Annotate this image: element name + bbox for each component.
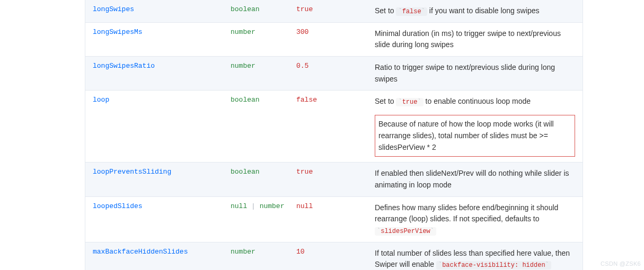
param-description-cell: Set to false if you want to disable long… — [373, 0, 583, 22]
description-paragraph: If enabled then slideNext/Prev will do n… — [375, 168, 575, 191]
api-parameters-table: longSwipesbooleantrueSet to false if you… — [85, 0, 583, 270]
param-type-cell: number — [228, 242, 294, 270]
description-paragraph: Minimal duration (in ms) to trigger swip… — [375, 28, 575, 51]
param-name-link[interactable]: loopPreventsSliding — [93, 168, 171, 176]
param-name-cell: longSwipes — [85, 0, 228, 22]
param-name-cell: longSwipesRatio — [85, 57, 228, 90]
table-row: longSwipesMsnumber300Minimal duration (i… — [85, 23, 583, 57]
param-type-cell: boolean — [228, 91, 294, 162]
description-paragraph: If total number of slides less than spec… — [375, 248, 575, 270]
table-row: maxBackfaceHiddenSlidesnumber10If total … — [85, 242, 583, 270]
description-paragraph: Set to false if you want to disable long… — [375, 5, 575, 17]
inline-code: backface-visibility: hidden — [436, 261, 551, 269]
param-name-cell: longSwipesMs — [85, 23, 228, 56]
param-type-cell: number — [228, 57, 294, 90]
param-description-cell: Ratio to trigger swipe to next/previous … — [373, 57, 583, 90]
param-type-cell: null | number — [228, 197, 294, 242]
param-type-cell: boolean — [228, 0, 294, 22]
param-default-cell: true — [294, 163, 373, 196]
param-description-cell: If total number of slides less than spec… — [373, 242, 583, 270]
param-default-cell: 10 — [294, 242, 373, 270]
description-paragraph: Ratio to trigger swipe to next/previous … — [375, 62, 575, 85]
param-name-link[interactable]: loopedSlides — [93, 202, 143, 210]
inline-code: true — [396, 98, 423, 106]
table-row: longSwipesRationumber0.5Ratio to trigger… — [85, 57, 583, 91]
highlighted-note: Because of nature of how the loop mode w… — [375, 115, 575, 157]
param-name-cell: loopedSlides — [85, 197, 228, 242]
table-row: loopbooleanfalseSet to true to enable co… — [85, 91, 583, 163]
param-name-cell: loopPreventsSliding — [85, 163, 228, 196]
param-type-cell: boolean — [228, 163, 294, 196]
param-name-link[interactable]: longSwipesRatio — [93, 62, 155, 70]
watermark: CSDN @ZSK6 — [601, 260, 641, 267]
param-name-link[interactable]: maxBackfaceHiddenSlides — [93, 248, 188, 256]
param-description-cell: Defines how many slides before end/begin… — [373, 197, 583, 242]
param-name-link[interactable]: longSwipesMs — [93, 28, 143, 36]
param-name-cell: loop — [85, 91, 228, 162]
param-name-link[interactable]: longSwipes — [93, 5, 134, 13]
param-name-link[interactable]: loop — [93, 96, 109, 104]
param-default-cell: 0.5 — [294, 57, 373, 90]
param-default-cell: 300 — [294, 23, 373, 56]
param-description-cell: If enabled then slideNext/Prev will do n… — [373, 163, 583, 196]
param-description-cell: Minimal duration (in ms) to trigger swip… — [373, 23, 583, 56]
inline-code: false — [396, 7, 427, 16]
inline-code: slidesPerView — [375, 227, 436, 236]
table-row: loopedSlidesnull | numbernullDefines how… — [85, 197, 583, 242]
param-description-cell: Set to true to enable continuous loop mo… — [373, 91, 583, 162]
table-row: longSwipesbooleantrueSet to false if you… — [85, 0, 583, 23]
param-default-cell: null — [294, 197, 373, 242]
table-row: loopPreventsSlidingbooleantrueIf enabled… — [85, 163, 583, 196]
param-type-cell: number — [228, 23, 294, 56]
param-name-cell: maxBackfaceHiddenSlides — [85, 242, 228, 270]
param-default-cell: true — [294, 0, 373, 22]
param-default-cell: false — [294, 91, 373, 162]
description-paragraph: Defines how many slides before end/begin… — [375, 202, 575, 237]
description-paragraph: Set to true to enable continuous loop mo… — [375, 96, 575, 107]
